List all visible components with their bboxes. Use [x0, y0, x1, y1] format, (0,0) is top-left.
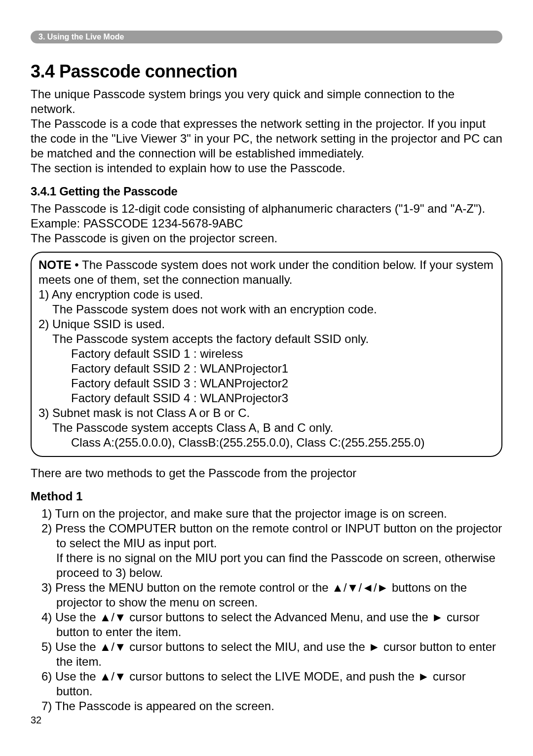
note-ssid-2: Factory default SSID 2 : WLANProjector1 [38, 361, 495, 376]
section-title: 3.4 Passcode connection [31, 61, 502, 82]
method-step-3: 3) Press the MENU button on the remote c… [41, 580, 502, 610]
note-item-2a: The Passcode system accepts the factory … [38, 332, 495, 346]
note-lead: NOTE • The Passcode system does not work… [38, 258, 495, 287]
note-item-3b: Class A:(255.0.0.0), ClassB:(255.255.0.0… [38, 435, 495, 450]
note-label: NOTE [38, 258, 72, 271]
intro-paragraph-2: The Passcode is a code that expresses th… [31, 116, 502, 161]
intro-paragraph-3: The section is intended to explain how t… [31, 161, 502, 176]
method-1-heading: Method 1 [31, 490, 502, 503]
note-item-3a: The Passcode system accepts Class A, B a… [38, 420, 495, 435]
note-item-1: 1) Any encryption code is used. [38, 287, 495, 302]
subsection-paragraph-2: The Passcode is given on the projector s… [31, 231, 502, 246]
subsection-paragraph-1: The Passcode is 12-digit code consisting… [31, 201, 502, 231]
note-ssid-3: Factory default SSID 3 : WLANProjector2 [38, 376, 495, 391]
method-step-2: 2) Press the COMPUTER button on the remo… [41, 521, 502, 580]
note-box: NOTE • The Passcode system does not work… [31, 252, 502, 457]
method-step-4: 4) Use the ▲/▼ cursor buttons to select … [41, 610, 502, 640]
chapter-bar: 3. Using the Live Mode [31, 31, 502, 43]
note-item-2: 2) Unique SSID is used. [38, 317, 495, 332]
page-number: 32 [31, 715, 502, 726]
method-step-7: 7) The Passcode is appeared on the scree… [41, 699, 502, 714]
note-lead-text: • The Passcode system does not work unde… [38, 258, 494, 286]
note-item-3: 3) Subnet mask is not Class A or B or C. [38, 406, 495, 420]
note-ssid-4: Factory default SSID 4 : WLANProjector3 [38, 391, 495, 406]
note-item-1a: The Passcode system does not work with a… [38, 302, 495, 317]
subsection-title: 3.4.1 Getting the Passcode [31, 185, 502, 198]
method-step-5: 5) Use the ▲/▼ cursor buttons to select … [41, 640, 502, 669]
chapter-bar-label: 3. Using the Live Mode [38, 33, 124, 41]
post-note-text: There are two methods to get the Passcod… [31, 466, 502, 481]
intro-paragraph-1: The unique Passcode system brings you ve… [31, 87, 502, 116]
method-step-6: 6) Use the ▲/▼ cursor buttons to select … [41, 669, 502, 699]
method-step-1: 1) Turn on the projector, and make sure … [41, 506, 502, 521]
method-1-list: 1) Turn on the projector, and make sure … [31, 506, 502, 714]
note-ssid-1: Factory default SSID 1 : wireless [38, 346, 495, 361]
